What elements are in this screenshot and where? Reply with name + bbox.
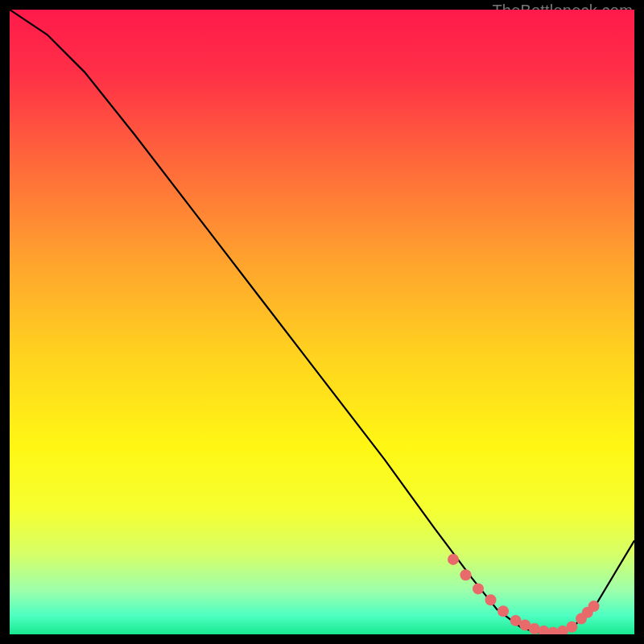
gradient-background (10, 10, 634, 634)
marker-dot (497, 605, 509, 617)
marker-dot (460, 569, 472, 580)
marker-dot (448, 554, 459, 565)
marker-dot (529, 623, 540, 634)
marker-dot (588, 601, 600, 612)
marker-dot (566, 621, 577, 633)
bottleneck-chart (10, 10, 634, 634)
marker-dot (473, 583, 484, 594)
marker-dot (485, 594, 497, 605)
